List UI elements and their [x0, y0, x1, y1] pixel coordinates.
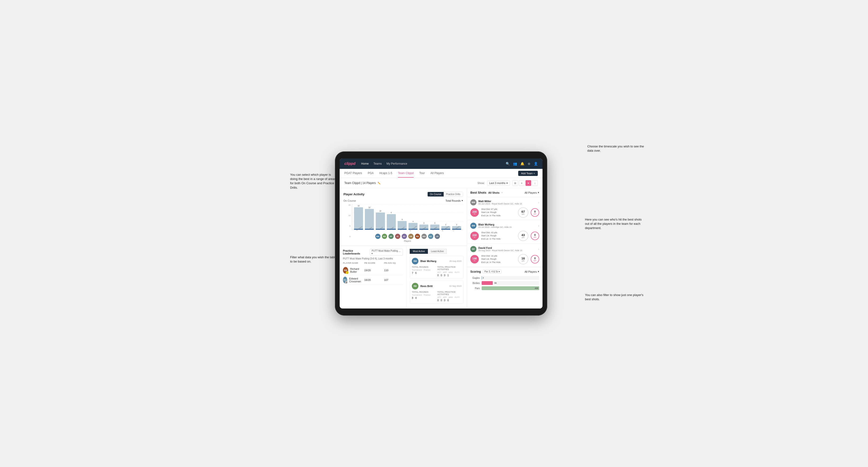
- subnav-hcaps[interactable]: Hcaps 1-5: [379, 169, 392, 178]
- shot-player-details-0: 09 Jun 2023 · Royal North Devon GC, Hole…: [478, 203, 536, 205]
- annotation-filter-player: You can also filter to show just one pla…: [585, 293, 644, 302]
- distance-badge-0: 67 yds: [518, 207, 528, 218]
- time-filter-dropdown[interactable]: Last 3 months ▾: [487, 181, 510, 186]
- avatar-mmiller: MM: [422, 234, 427, 239]
- stat-rounds-subheader-1: Tournament Practice: [412, 294, 436, 296]
- stats-grid-1: Total Rounds Tournament Practice 8 4: [412, 291, 461, 302]
- main-content: Player Activity On Course Practice Drill…: [340, 188, 542, 309]
- practice-drills-toggle[interactable]: Practice Drills: [444, 192, 463, 196]
- chevron-right-icon-1: ›: [538, 224, 539, 228]
- arg-val-0: 0: [444, 274, 445, 277]
- subnav-all-players[interactable]: All Players: [431, 169, 444, 178]
- add-circle-icon[interactable]: ⊕: [528, 162, 530, 165]
- subnav-pga[interactable]: PGA: [368, 169, 374, 178]
- heart-view-btn[interactable]: ♥: [526, 180, 531, 186]
- on-course-toggle[interactable]: On Course: [428, 192, 444, 196]
- people-icon[interactable]: 👥: [513, 162, 517, 165]
- stat-practice-1: Total Practice Activities GTT APP ARG PU…: [437, 291, 461, 302]
- shot-badge-1: 200 SG: [470, 231, 479, 240]
- shot-player-name-1: Blair McHarg: [478, 223, 536, 226]
- bar-value-6: 3: [423, 222, 424, 224]
- grid-view-btn[interactable]: ⊞: [512, 180, 518, 186]
- arg-val-1: 0: [444, 299, 445, 302]
- y-label-15: 15: [348, 204, 350, 206]
- show-label: Show:: [477, 182, 485, 184]
- arg-label-0: ARG: [448, 271, 453, 273]
- rank-badge-gold: 1: [346, 271, 349, 274]
- all-players-filter[interactable]: All Players ▾: [525, 191, 539, 194]
- stat-practice-title-1: Total Practice Activities: [437, 291, 461, 295]
- distance-badge-1: 43 yds: [518, 231, 528, 241]
- best-shots-title: Best Shots: [470, 191, 486, 194]
- scoring-row-pars: Pars 499: [470, 286, 539, 290]
- stat-rounds-title-1: Total Rounds: [412, 291, 436, 293]
- shot-detail-text-0: Shot Dist: 67 yds Start Lie: Rough End L…: [481, 208, 516, 217]
- sort-view-btn[interactable]: ↕: [532, 180, 538, 186]
- view-icons: ⊞ ≡ ♥ ↕: [512, 180, 538, 186]
- app-label-1: APP: [443, 296, 447, 299]
- stat-practice-subheader-1: GTT APP ARG PUTT: [437, 296, 461, 299]
- bars-container: 13 12 10: [352, 204, 463, 230]
- shot-player-name-0: Matt Miller: [478, 200, 536, 203]
- shot-card-1[interactable]: BM Blair McHarg 23 Jul 2023 · Ashridge G…: [467, 220, 542, 244]
- shot-player-details-1: 23 Jul 2023 · Ashridge GC, Hole 15: [478, 226, 536, 228]
- list-view-btn[interactable]: ≡: [519, 180, 525, 186]
- avatar-rbutler: RB: [415, 234, 420, 239]
- edit-icon[interactable]: ✏️: [378, 182, 380, 184]
- stat-rounds-1: Total Rounds Tournament Practice 8 4: [412, 291, 436, 302]
- pb-avg-richard: 110: [384, 269, 403, 272]
- nav-home[interactable]: Home: [361, 161, 369, 166]
- scoring-bar-wrap-birdies: 96: [482, 281, 539, 285]
- scoring-bar-eagles: [482, 276, 482, 280]
- stat-rounds-values-0: 7 6: [412, 272, 436, 274]
- nav-my-performance[interactable]: My Performance: [386, 161, 407, 166]
- scoring-filter[interactable]: Par 3, 4 & 5s ▾: [483, 270, 502, 274]
- subnav-team-clippd[interactable]: Team Clippd: [398, 169, 414, 178]
- scoring-section: Scoring Par 3, 4 & 5s ▾ All Players ▾: [467, 267, 542, 292]
- shot-card-0[interactable]: MM Matt Miller 09 Jun 2023 · Royal North…: [467, 197, 542, 220]
- bar-chart-area: 15 10 5 0: [343, 204, 463, 242]
- active-player-header-1: RB Rees Britt 02 Sep 2023: [412, 283, 461, 289]
- all-shots-tab[interactable]: All Shots: [488, 191, 500, 194]
- bell-icon[interactable]: 🔔: [520, 162, 524, 165]
- subnav-tour[interactable]: Tour: [420, 169, 425, 178]
- search-icon[interactable]: 🔍: [506, 162, 510, 165]
- course-toggle-group: On Course Practice Drills: [427, 192, 463, 197]
- sub-nav: PGAT Players PGA Hcaps 1-5 Team Clippd T…: [340, 169, 542, 178]
- shot-player-name-2: David Ford: [478, 247, 536, 249]
- practice-label-1: Practice: [424, 294, 431, 296]
- active-player-card-0: BM Blair McHarg 26 Aug 2023 Total Rounds…: [410, 256, 464, 279]
- avatar-bmcharg: BM: [375, 234, 380, 239]
- leaderboard-filter[interactable]: PUTT Must Make Putting ... ▾: [370, 249, 403, 255]
- right-panel: Best Shots All Shots ▾ All Players ▾: [467, 188, 542, 309]
- profile-icon[interactable]: 👤: [534, 162, 538, 165]
- app-val-0: 0: [441, 274, 442, 277]
- scoring-header: Scoring Par 3, 4 & 5s ▾ All Players ▾: [470, 270, 539, 274]
- scoring-bar-birdies: [482, 281, 493, 285]
- chart-filter-dropdown[interactable]: Total Rounds ▾: [445, 199, 463, 202]
- activity-title: Player Activity: [343, 192, 365, 196]
- scoring-label-birdies: Birdies: [470, 282, 480, 284]
- player-name-edward: Edward Crossman: [349, 277, 363, 283]
- zero-badge-1: 0 yds: [531, 231, 539, 240]
- sub-nav-right: Add Team +: [518, 171, 538, 176]
- tournament-label-0: Tournament: [412, 269, 422, 271]
- shots-tab-group: All Shots ▾: [488, 191, 503, 194]
- stat-rounds-subheader-0: Tournament Practice: [412, 269, 436, 271]
- least-active-tab[interactable]: Least Active: [428, 249, 447, 254]
- player-name-richard: Richard Butler: [350, 268, 363, 273]
- bars-area: 13 12 10: [352, 204, 463, 242]
- scoring-all-players[interactable]: All Players ▾: [525, 270, 539, 273]
- leaderboard-section: Practice Leaderboards PUTT Must Make Put…: [340, 246, 406, 309]
- active-player-date-0: 26 Aug 2023: [450, 260, 461, 262]
- subnav-pgat[interactable]: PGAT Players: [344, 169, 362, 178]
- most-active-tab[interactable]: Most Active: [410, 249, 428, 254]
- practice-label-0: Practice: [424, 269, 431, 271]
- player-avatars-row: BM RB DF JC EE GB RB MM EC LR: [352, 232, 463, 239]
- leaderboard-header: Practice Leaderboards PUTT Must Make Put…: [343, 249, 403, 255]
- add-team-button[interactable]: Add Team +: [518, 171, 538, 176]
- nav-teams[interactable]: Teams: [373, 161, 382, 166]
- leaderboard-subtitle: PUTT Must Make Putting (3-6 ft), Last 3 …: [343, 257, 403, 260]
- scoring-title: Scoring: [470, 270, 481, 273]
- shot-card-2[interactable]: DF David Ford 24 Aug 2023 · Royal North …: [467, 244, 542, 267]
